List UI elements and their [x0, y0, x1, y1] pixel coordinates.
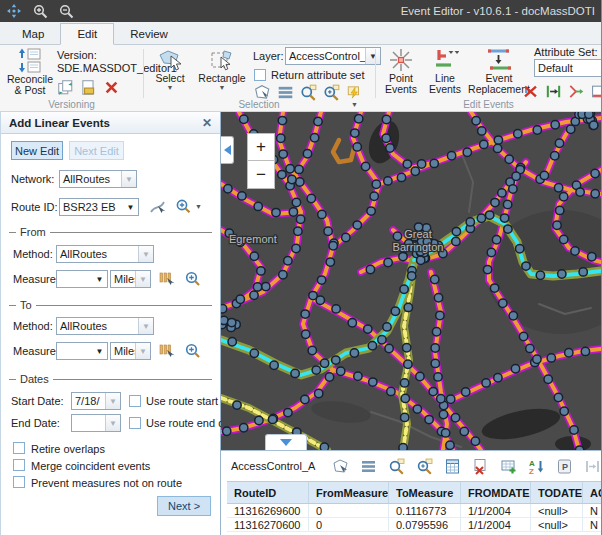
svg-text:P: P	[562, 462, 568, 472]
map-view[interactable]: EgremontGreatBarrington + −	[221, 112, 601, 450]
new-version-icon[interactable]	[80, 79, 97, 96]
table-layer-name[interactable]: AccessControl_A	[231, 460, 315, 472]
table-cell: 0.0795596	[389, 518, 461, 531]
rectangle-label: Rectangle	[198, 73, 245, 84]
chevron-down-icon: ▼	[121, 171, 136, 187]
merge-coincident-checkbox[interactable]	[13, 459, 25, 471]
table-cell: 1/1/2004	[461, 504, 531, 517]
chevron-down-icon: ▼	[138, 246, 153, 262]
from-measure-combo[interactable]: ▼	[56, 270, 108, 288]
attribute-window-icon[interactable]: P	[556, 458, 573, 475]
close-icon[interactable]: ✕	[202, 116, 212, 130]
to-method-dropdown[interactable]: AllRoutes▼	[56, 317, 154, 335]
network-dropdown[interactable]: AllRoutes▼	[59, 170, 137, 188]
pan-to-selected-icon[interactable]	[416, 458, 433, 475]
zoom-to-route-icon	[175, 198, 192, 215]
change-version-icon[interactable]	[57, 79, 74, 96]
attribute-table-panel: AccessControl_A AZ P S RouteIDFromMeasur…	[221, 450, 601, 535]
column-header[interactable]: RouteID	[227, 482, 309, 503]
zoom-to-selected-icon[interactable]	[388, 458, 405, 475]
column-header[interactable]: FromMeasure	[309, 482, 389, 503]
table-cell: N	[583, 518, 601, 531]
ribbon: Reconcile & Post Version: SDE.MASSDOT_ed…	[0, 45, 601, 112]
attribute-set-dropdown[interactable]: Default	[534, 59, 602, 77]
column-header[interactable]: ToMeasure	[389, 482, 461, 503]
sort-icon[interactable]: AZ	[528, 458, 545, 475]
use-route-end-checkbox[interactable]	[129, 417, 141, 429]
route-id-combo[interactable]: BSR23 EB▼	[59, 198, 139, 216]
pan-icon[interactable]	[6, 3, 22, 19]
table-row[interactable]: 1131627060000.07955961/1/2004<null>N	[227, 518, 601, 532]
column-header[interactable]: AC	[583, 482, 601, 503]
define-range-icon[interactable]	[545, 83, 562, 100]
event-replacement-button[interactable]: Event Replacement	[468, 47, 530, 95]
collapse-panel-button[interactable]	[221, 136, 234, 164]
to-measure-combo[interactable]: ▼	[56, 342, 108, 360]
return-attribute-checkbox[interactable]	[254, 69, 266, 81]
new-edit-button[interactable]: New Edit	[11, 141, 63, 160]
delete-version-icon[interactable]	[103, 79, 120, 96]
retire-overlaps-label: Retire overlaps	[31, 443, 105, 455]
show-selected-icon[interactable]	[360, 458, 377, 475]
event-attributes-window-icon[interactable]	[591, 83, 602, 100]
from-measure-zoom-icon[interactable]	[184, 270, 202, 288]
delete-event-icon[interactable]	[522, 83, 539, 100]
use-route-start-checkbox[interactable]	[129, 395, 141, 407]
tab-edit[interactable]: Edit	[60, 23, 114, 45]
table-header-row: RouteIDFromMeasureToMeasureFROMDATETODAT…	[227, 481, 601, 504]
select-features-icon[interactable]	[332, 458, 349, 475]
map-place-label: Barrington	[393, 241, 444, 253]
to-measure-on-map-icon[interactable]	[158, 342, 176, 360]
to-units-dropdown[interactable]: Miles▼	[110, 342, 151, 360]
attribute-set-label: Attribute Set:	[534, 46, 598, 58]
table-cell: 0.1116773	[389, 504, 461, 517]
zoom-in-icon[interactable]	[32, 3, 48, 19]
zoom-out-icon[interactable]	[58, 3, 74, 19]
select-route-on-map-icon[interactable]	[149, 198, 167, 216]
route-zoom-button[interactable]: ▼	[175, 198, 202, 215]
ribbon-tabs: Map Edit Review	[0, 22, 601, 45]
point-events-button[interactable]: Point Events	[380, 47, 422, 95]
add-record-icon[interactable]	[500, 458, 517, 475]
column-header[interactable]: FROMDATE	[461, 482, 531, 503]
select-button[interactable]: Select ▼	[148, 47, 192, 91]
from-units-dropdown[interactable]: Miles▼	[110, 270, 151, 288]
rectangle-select-icon	[209, 47, 235, 73]
field-calculator-icon[interactable]	[444, 458, 461, 475]
table-row[interactable]: 1131626960000.11167731/1/2004<null>N	[227, 504, 601, 518]
next-button[interactable]: Next >	[157, 496, 211, 516]
table-cell: N	[583, 504, 601, 517]
rectangle-button[interactable]: Rectangle ▼	[196, 47, 248, 91]
tab-map[interactable]: Map	[6, 24, 60, 44]
start-date-picker[interactable]: 7/18/▼	[71, 392, 121, 410]
map-zoom-in-button[interactable]: +	[247, 133, 275, 161]
layer-dropdown[interactable]: AccessControl_A▼	[285, 47, 381, 65]
prevent-measures-checkbox[interactable]	[13, 476, 25, 488]
layer-value: AccessControl_A	[286, 48, 365, 64]
column-header[interactable]: TODATE	[531, 482, 583, 503]
from-measure-label: Measure:	[13, 273, 59, 285]
chevron-down-icon: ▼	[195, 203, 202, 210]
clear-selection-icon[interactable]	[472, 458, 489, 475]
event-replacement-icon	[484, 47, 514, 73]
end-date-picker[interactable]: ▼	[71, 414, 121, 432]
from-method-dropdown[interactable]: AllRoutes▼	[56, 245, 154, 263]
line-events-button[interactable]: Line Events	[424, 47, 466, 95]
chevron-down-icon	[280, 439, 292, 446]
retire-overlaps-checkbox[interactable]	[13, 442, 25, 454]
merge-events-icon[interactable]	[568, 83, 585, 100]
map-zoom-out-button[interactable]: −	[247, 161, 275, 189]
collapse-table-button[interactable]	[265, 434, 307, 450]
to-measure-zoom-icon[interactable]	[184, 342, 202, 360]
chevron-down-icon: ▼	[219, 84, 226, 91]
from-measure-on-map-icon[interactable]	[158, 270, 176, 288]
attribute-set-value: Default	[535, 60, 602, 76]
merge-coincident-label: Merge coincident events	[31, 460, 150, 472]
to-measure-value	[57, 343, 92, 359]
next-edit-button[interactable]: Next Edit	[69, 141, 124, 160]
tab-review[interactable]: Review	[114, 24, 184, 44]
table-cell: <null>	[531, 504, 583, 517]
from-measure-value	[57, 271, 92, 287]
reconcile-post-button[interactable]: Reconcile & Post	[4, 47, 56, 96]
map-canvas[interactable]: EgremontGreatBarrington	[221, 112, 601, 450]
